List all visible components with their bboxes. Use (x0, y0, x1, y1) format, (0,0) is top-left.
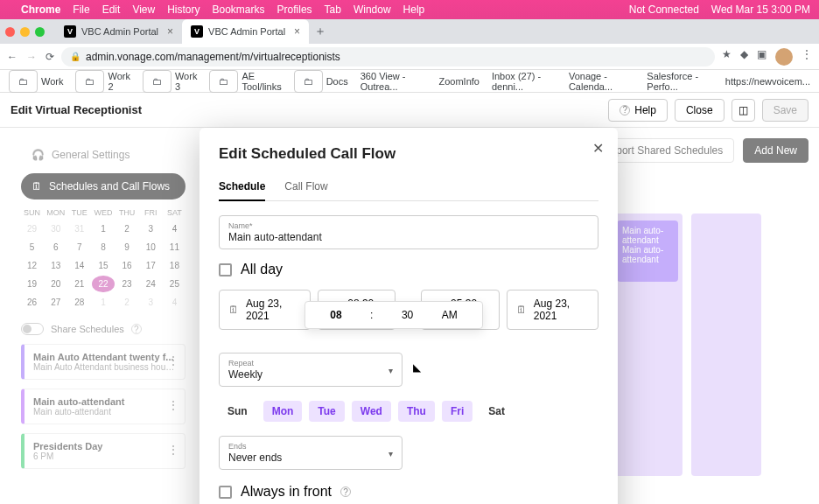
menubar-app[interactable]: Chrome (21, 4, 60, 16)
save-button: Save (762, 99, 808, 122)
end-date-input[interactable]: 🗓 Aug 23, 2021 (507, 290, 598, 330)
bookmark-folder[interactable]: 🗀AE Tool/links (209, 70, 281, 93)
url-text: admin.vonage.com/management/m/virtualrec… (86, 51, 340, 63)
menu-profiles[interactable]: Profiles (277, 4, 312, 16)
bookmark-item[interactable]: Salesforce - Perfo... (647, 71, 712, 92)
extension-icon[interactable]: ◆ (740, 48, 748, 66)
browser-tab-1[interactable]: V VBC Admin Portal × (55, 19, 182, 44)
chrome-menu-icon[interactable]: ⋮ (802, 48, 812, 66)
start-date-input[interactable]: 🗓 Aug 23, 2021 (219, 290, 311, 330)
menu-view[interactable]: View (132, 4, 155, 16)
day-selector: Sun Mon Tue Wed Thu Fri Sat (219, 401, 598, 422)
repeat-select[interactable]: Repeat Weekly ▾ (219, 353, 402, 387)
day-chip-wed[interactable]: Wed (352, 401, 391, 422)
time-hour[interactable]: 08 (330, 309, 341, 321)
day-chip-mon[interactable]: Mon (263, 401, 303, 422)
bookmark-item[interactable]: https://newvoicem... (725, 76, 810, 87)
bookmark-item[interactable]: 360 View - Outrea... (360, 71, 427, 92)
field-value: Main auto-attendant (228, 231, 589, 243)
bookmark-folder[interactable]: 🗀Docs (294, 70, 348, 93)
chrome-tab-strip: V VBC Admin Portal × V VBC Admin Portal … (0, 19, 819, 44)
edit-schedule-modal: ✕ Edit Scheduled Call Flow Schedule Call… (200, 128, 618, 504)
close-icon[interactable]: ✕ (592, 140, 604, 157)
new-tab-button[interactable]: ＋ (314, 24, 326, 39)
extension-icon[interactable]: ★ (722, 48, 732, 66)
all-day-label: All day (241, 262, 283, 277)
name-field[interactable]: Name* Main auto-attendant (219, 215, 598, 249)
bookmarks-bar: 🗀Work 🗀Work 2 🗀Work 3 🗀AE Tool/links 🗀Do… (0, 70, 819, 93)
always-front-checkbox[interactable] (219, 486, 232, 499)
close-tab-icon[interactable]: × (294, 25, 300, 38)
bookmark-item[interactable]: ZoomInfo (438, 76, 479, 87)
settings-button[interactable]: ◫ (732, 99, 755, 122)
day-chip-sun[interactable]: Sun (219, 401, 256, 422)
favicon-icon: V (191, 25, 203, 38)
day-chip-thu[interactable]: Thu (398, 401, 435, 422)
vpn-status[interactable]: Not Connected (629, 4, 699, 16)
bookmark-folder[interactable]: 🗀Work 2 (75, 70, 130, 93)
extension-icon[interactable]: ▣ (757, 48, 766, 66)
bookmark-folder[interactable]: 🗀Work (9, 70, 63, 93)
ends-select[interactable]: Ends Never ends ▾ (219, 436, 402, 470)
menu-file[interactable]: File (73, 4, 89, 16)
menubar-clock: Wed Mar 15 3:00 PM (711, 4, 810, 16)
help-button[interactable]: ?Help (608, 99, 668, 122)
menu-bookmarks[interactable]: Bookmarks (213, 4, 265, 16)
back-icon[interactable]: ← (7, 51, 18, 63)
calendar-icon: 🗓 (516, 304, 527, 316)
url-input[interactable]: 🔒 admin.vonage.com/management/m/virtualr… (61, 47, 715, 66)
menu-help[interactable]: Help (403, 4, 425, 16)
chevron-down-icon: ▾ (388, 448, 393, 458)
bookmark-item[interactable]: Vonage - Calenda... (569, 71, 634, 92)
time-period[interactable]: AM (442, 309, 458, 321)
tab-schedule[interactable]: Schedule (219, 175, 265, 201)
time-minute[interactable]: 30 (402, 309, 413, 321)
menu-tab[interactable]: Tab (325, 4, 341, 16)
day-chip-sat[interactable]: Sat (480, 401, 514, 422)
modal-title: Edit Scheduled Call Flow (219, 145, 598, 163)
time-picker-popup[interactable]: 08 : 30 AM (304, 301, 483, 329)
menu-edit[interactable]: Edit (102, 4, 121, 16)
day-chip-fri[interactable]: Fri (442, 401, 472, 422)
help-icon[interactable]: ? (340, 486, 351, 497)
bookmark-item[interactable]: Inbox (27) - denni... (492, 71, 556, 92)
page-title: Edit Virtual Receptionist (10, 103, 142, 116)
menu-window[interactable]: Window (354, 4, 391, 16)
tab-title: VBC Admin Portal (208, 26, 285, 37)
always-front-label: Always in front (241, 484, 332, 500)
chevron-down-icon: ▾ (388, 365, 393, 374)
address-bar: ← → ⟳ 🔒 admin.vonage.com/management/m/vi… (0, 44, 819, 70)
close-tab-icon[interactable]: × (167, 25, 173, 38)
tab-title: VBC Admin Portal (81, 26, 158, 37)
menu-history[interactable]: History (167, 4, 200, 16)
calendar-icon: 🗓 (228, 304, 239, 316)
browser-tab-2[interactable]: V VBC Admin Portal × (182, 19, 309, 44)
tab-call-flow[interactable]: Call Flow (284, 175, 327, 200)
all-day-checkbox[interactable] (219, 263, 232, 276)
forward-icon[interactable]: → (26, 51, 37, 63)
mouse-cursor: ◣ (413, 361, 421, 374)
day-chip-tue[interactable]: Tue (309, 401, 344, 422)
reload-icon[interactable]: ⟳ (46, 51, 54, 63)
close-button[interactable]: Close (675, 99, 724, 122)
app-header: Edit Virtual Receptionist ?Help Close ◫ … (0, 93, 819, 128)
lock-icon: 🔒 (70, 52, 80, 61)
window-controls[interactable] (5, 27, 45, 37)
help-icon: ? (620, 105, 630, 116)
bookmark-folder[interactable]: 🗀Work 3 (143, 70, 197, 93)
macos-menubar: Chrome File Edit View History Bookmarks … (0, 0, 819, 19)
favicon-icon: V (64, 25, 76, 38)
profile-avatar[interactable] (775, 48, 793, 66)
field-label: Name* (228, 221, 589, 230)
